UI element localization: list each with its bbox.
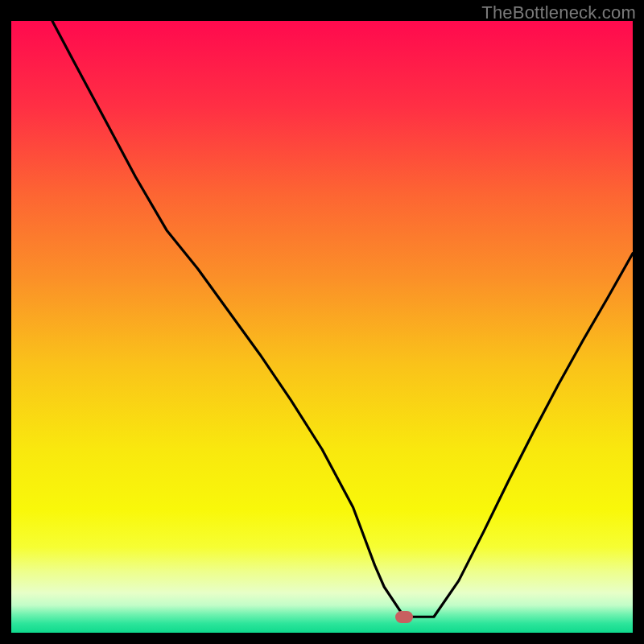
- bottleneck-curve: [11, 21, 633, 633]
- chart-frame: [11, 21, 633, 633]
- optimal-point-marker: [395, 611, 413, 623]
